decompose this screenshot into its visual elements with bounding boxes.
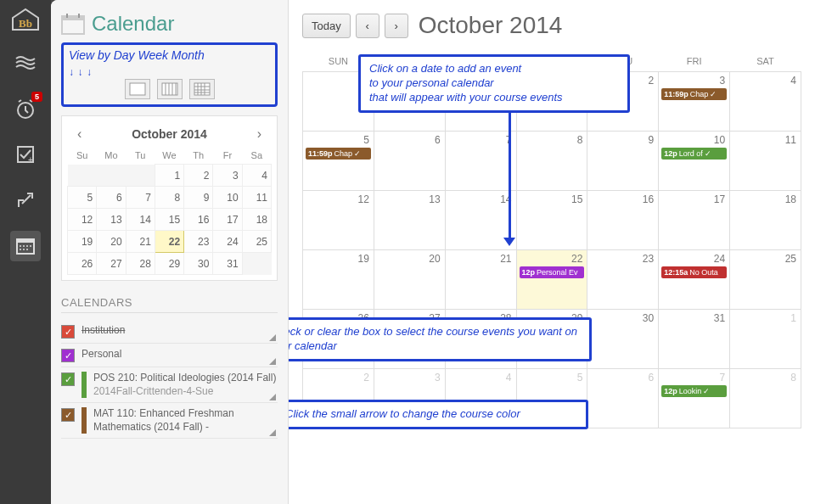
- mini-cal-day[interactable]: 24: [213, 231, 242, 253]
- calendar-day-cell[interactable]: 11: [730, 132, 801, 191]
- calendar-day-cell[interactable]: 19: [303, 250, 374, 310]
- nav-calendar-icon[interactable]: [10, 231, 41, 261]
- calendar-event[interactable]: 12p Lord of: [661, 148, 727, 160]
- date-number: 7: [448, 134, 514, 146]
- calendar-color-picker-icon[interactable]: [269, 394, 276, 400]
- mini-cal-day[interactable]: 6: [97, 187, 126, 209]
- calendar-day-cell[interactable]: 1012p Lord of: [659, 132, 730, 191]
- mini-cal-day[interactable]: 3: [213, 165, 242, 187]
- date-number: 22: [520, 253, 585, 265]
- calendar-day-cell[interactable]: 15: [516, 191, 587, 250]
- calendar-color-picker-icon[interactable]: [269, 358, 276, 365]
- mini-cal-day[interactable]: 17: [213, 209, 242, 231]
- calendar-event[interactable]: 11:59p Chap: [306, 148, 371, 160]
- calendar-day-cell[interactable]: 7: [445, 132, 516, 191]
- calendar-event[interactable]: 12p Lookin: [661, 385, 727, 397]
- mini-cal-day[interactable]: 11: [242, 187, 271, 209]
- view-week-button[interactable]: [157, 79, 183, 99]
- today-button[interactable]: Today: [302, 14, 351, 38]
- mini-cal-day[interactable]: 30: [184, 253, 213, 275]
- mini-cal-day[interactable]: 9: [184, 187, 213, 209]
- mini-cal-day[interactable]: 10: [213, 187, 242, 209]
- nav-alarm-icon[interactable]: 5: [10, 93, 41, 124]
- mini-cal-day[interactable]: 31: [213, 253, 242, 275]
- mini-cal-day[interactable]: 13: [97, 209, 126, 231]
- mini-cal-day[interactable]: 19: [68, 231, 97, 253]
- mini-cal-day[interactable]: 12: [68, 209, 97, 231]
- mini-cal-day[interactable]: 14: [126, 209, 155, 231]
- calendar-checkbox[interactable]: ✓: [61, 408, 75, 422]
- mini-cal-day-header: Sa: [242, 147, 271, 165]
- nav-expand-icon[interactable]: [10, 185, 41, 216]
- app-logo[interactable]: Bb: [8, 5, 42, 32]
- calendar-day-cell[interactable]: 30: [587, 310, 659, 369]
- svg-rect-17: [130, 83, 145, 95]
- mini-cal-day[interactable]: 25: [242, 231, 271, 253]
- calendar-checkbox[interactable]: ✓: [61, 325, 75, 339]
- mini-cal-day[interactable]: 22: [155, 231, 183, 253]
- calendar-checkbox[interactable]: ✓: [61, 349, 75, 362]
- mini-cal-day[interactable]: 5: [68, 187, 97, 209]
- next-button[interactable]: ›: [385, 14, 408, 38]
- nav-task-icon[interactable]: +: [10, 139, 41, 170]
- mini-cal-day[interactable]: 8: [155, 187, 183, 209]
- calendar-day-cell[interactable]: 13: [374, 191, 445, 250]
- mini-cal-day[interactable]: 29: [155, 253, 183, 275]
- mini-cal-day[interactable]: 23: [184, 231, 213, 253]
- calendar-day-cell[interactable]: 31: [659, 310, 730, 369]
- mini-cal-day[interactable]: 15: [155, 209, 183, 231]
- calendar-day-cell[interactable]: 18: [730, 191, 801, 250]
- calendar-event[interactable]: 12:15a No Outa: [661, 266, 727, 278]
- main-title: October 2014: [419, 12, 563, 39]
- calendar-day-cell[interactable]: 21: [445, 250, 516, 310]
- svg-text:+: +: [28, 155, 33, 165]
- mini-cal-day[interactable]: 27: [97, 253, 126, 275]
- view-day-button[interactable]: [125, 79, 150, 99]
- mini-cal-prev-button[interactable]: ‹: [72, 125, 87, 143]
- calendar-day-cell[interactable]: 6: [587, 369, 659, 428]
- event-title: Lookin: [679, 387, 702, 395]
- mini-cal-day[interactable]: 20: [97, 231, 126, 253]
- calendar-day-cell[interactable]: 2412:15a No Outa: [659, 250, 730, 310]
- calendar-day-cell[interactable]: 12: [303, 191, 374, 250]
- mini-cal-day[interactable]: 7: [126, 187, 155, 209]
- calendar-day-cell[interactable]: 23: [587, 250, 659, 310]
- calendar-day-cell[interactable]: 9: [587, 132, 659, 191]
- calendar-color-picker-icon[interactable]: [269, 334, 276, 341]
- calendar-day-cell[interactable]: 1: [730, 310, 801, 369]
- nav-stream-icon[interactable]: [10, 48, 41, 78]
- date-number: 10: [661, 134, 727, 146]
- view-month-button[interactable]: [189, 79, 215, 99]
- mini-cal-day[interactable]: 1: [155, 165, 183, 187]
- calendar-day-cell[interactable]: 16: [587, 191, 659, 250]
- calendar-day-cell[interactable]: 8: [516, 132, 587, 191]
- calendar-color-picker-icon[interactable]: [269, 429, 276, 436]
- calendar-day-cell[interactable]: 712p Lookin: [659, 369, 730, 428]
- calendar-day-cell[interactable]: 2212p Personal Ev: [516, 250, 587, 310]
- prev-button[interactable]: ‹: [356, 14, 379, 38]
- calendar-checkbox[interactable]: ✓: [61, 372, 75, 386]
- main-header: Today ‹ › October 2014: [302, 12, 801, 39]
- calendar-day-cell[interactable]: 6: [374, 132, 445, 191]
- calendar-day-cell[interactable]: 25: [730, 250, 801, 310]
- mini-cal-day[interactable]: 16: [184, 209, 213, 231]
- mini-cal-day[interactable]: 2: [184, 165, 213, 187]
- calendar-day-cell[interactable]: 311:59p Chap: [659, 72, 730, 132]
- calendar-day-cell[interactable]: 8: [730, 369, 801, 428]
- mini-cal-day[interactable]: 26: [68, 253, 97, 275]
- mini-cal-day[interactable]: 18: [242, 209, 271, 231]
- mini-cal-next-button[interactable]: ›: [252, 125, 267, 143]
- calendar-day-cell[interactable]: 4: [730, 72, 801, 132]
- calendar-event[interactable]: 11:59p Chap: [661, 88, 727, 100]
- calendar-day-cell[interactable]: 17: [659, 191, 730, 250]
- calendar-day-cell[interactable]: 511:59p Chap: [303, 132, 374, 191]
- event-title: Chap: [334, 149, 353, 158]
- mini-cal-day[interactable]: 21: [126, 231, 155, 253]
- calendar-event[interactable]: 12p Personal Ev: [520, 266, 585, 278]
- calendar-day-cell[interactable]: 20: [374, 250, 445, 310]
- calendar-color-strip: [82, 407, 87, 434]
- mini-cal-day[interactable]: 4: [242, 165, 271, 187]
- mini-cal-day[interactable]: 28: [126, 253, 155, 275]
- date-number: 8: [733, 372, 798, 384]
- date-number: 13: [377, 193, 442, 205]
